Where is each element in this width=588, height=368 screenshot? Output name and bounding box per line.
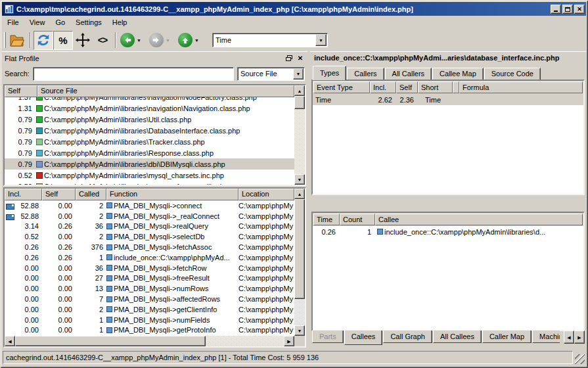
function-row[interactable]: 0.260.261include_once::C:\xampp\phpMyAd.…	[5, 252, 294, 263]
column-header-event-type[interactable]: Event Type	[313, 81, 370, 93]
scrollbar-track[interactable]	[206, 336, 284, 346]
tab-call-graph[interactable]: Call Graph	[383, 331, 432, 343]
column-header-count[interactable]: Count	[340, 214, 375, 225]
resize-grip-icon[interactable]	[575, 354, 585, 364]
column-header-time[interactable]: Time	[313, 214, 340, 225]
toolbar-handle[interactable]	[4, 32, 6, 48]
function-row[interactable]: 52.880.002PMA_DBI_Mysqli->connectC:\xamp…	[5, 200, 294, 211]
tab-all-callers[interactable]: All Callers	[385, 68, 432, 80]
column-header-self[interactable]: Self	[5, 85, 37, 97]
open-file-button[interactable]	[7, 31, 27, 50]
source-file-row[interactable]: 0.79C:\xampp\phpMyAdmin\libraries\Respon…	[5, 147, 294, 158]
scroll-up-button[interactable]: ▲	[294, 189, 305, 199]
vertical-scrollbar[interactable]: ▲ ▼	[294, 85, 305, 185]
menu-help[interactable]: Help	[107, 17, 133, 28]
scrollbar-track[interactable]	[294, 299, 305, 325]
tab-all-callees[interactable]: All Callees	[433, 331, 482, 343]
function-row[interactable]: 0.000.002PMA_DBI_Mysqli->getClientInfoC:…	[5, 304, 294, 315]
column-header-short[interactable]: Short	[418, 81, 453, 93]
scroll-left-button[interactable]: ◀	[5, 336, 15, 346]
scrollbar-thumb[interactable]	[294, 96, 305, 109]
column-header-location[interactable]: Location	[238, 189, 294, 200]
close-button[interactable]: ✕	[574, 5, 585, 14]
function-row[interactable]: 0.000.001PMA_DBI_Mysqli->numFieldsC:\xam…	[5, 315, 294, 325]
source-file-row[interactable]: 0.79C:\xampp\phpMyAdmin\libraries\dbi\DB…	[5, 158, 294, 170]
scrollbar-thumb[interactable]	[294, 199, 305, 299]
scrollbar-thumb[interactable]	[15, 336, 206, 346]
scrollbar-track[interactable]	[294, 109, 305, 174]
maximize-button[interactable]	[562, 5, 573, 14]
up-button[interactable]: ▼	[177, 31, 206, 50]
tab-callees[interactable]: Callees	[344, 331, 383, 345]
tab-caller-map[interactable]: Caller Map	[482, 331, 531, 343]
tab-types[interactable]: Types	[313, 66, 346, 80]
source-file-row[interactable]: 0.52C:\xampp\phpMyAdmin\libraries\mysql_…	[5, 170, 294, 181]
source-file-row[interactable]: 0.79C:\xampp\phpMyAdmin\libraries\Util.c…	[5, 114, 294, 125]
function-row[interactable]: 0.000.0036PMA_DBI_Mysqli->fetchRowC:\xam…	[5, 263, 294, 273]
tab-source-code[interactable]: Source Code	[484, 68, 541, 80]
column-header-formula[interactable]: Formula	[459, 81, 583, 93]
menu-go[interactable]: Go	[50, 17, 70, 28]
title-bar[interactable]: C:\xampp\tmp\cachegrind.out.1416463299-C…	[2, 2, 586, 16]
tabs-scroll-left-button[interactable]: ◀	[564, 331, 574, 344]
scroll-down-button[interactable]: ▼	[294, 174, 305, 185]
self-cost-value: 0.52	[5, 183, 35, 185]
function-row[interactable]: 0.000.001PMA_DBI_Mysqli->getProtoInfoC:\…	[5, 325, 294, 336]
event-type-row[interactable]: Time2.622.36Time	[313, 94, 583, 105]
vertical-scrollbar[interactable]: ▲ ▼	[294, 189, 305, 336]
dock-close-button[interactable]: ✕	[296, 54, 305, 62]
grouping-combobox[interactable]: Source File ▼	[237, 67, 305, 81]
function-name-cell: PMA_DBI_Mysqli->connect	[106, 202, 238, 210]
source-file-row[interactable]: 0.52C:\xampp\phpMyAdmin\libraries\user_p…	[5, 181, 294, 185]
percent-toggle-button[interactable]: %	[53, 31, 73, 50]
horizontal-scrollbar[interactable]: ◀ ▶	[5, 336, 305, 346]
menu-settings[interactable]: Settings	[70, 17, 107, 28]
scroll-up-button[interactable]: ▲	[294, 85, 305, 96]
function-row[interactable]: 0.000.0013PMA_DBI_Mysqli->numRowsC:\xamp…	[5, 283, 294, 294]
up-dropdown-arrow[interactable]: ▼	[194, 38, 199, 43]
back-button[interactable]: ▼	[119, 31, 148, 50]
function-name-cell: PMA_DBI_Mysqli->fetchRow	[106, 264, 238, 272]
move-button[interactable]	[73, 31, 93, 50]
tab-machine[interactable]: Machine	[532, 331, 560, 343]
cost-color-icon	[36, 127, 43, 134]
source-file-row[interactable]: 1.31C:\xampp\phpMyAdmin\libraries\naviga…	[5, 103, 294, 114]
scroll-down-button[interactable]: ▼	[294, 325, 305, 336]
column-header-called[interactable]: Called	[76, 189, 106, 200]
minimize-button[interactable]	[551, 5, 561, 14]
callee-row[interactable]: 0.261include_once::C:\xampp\phpMyAdmin\l…	[313, 226, 583, 237]
incl-cost-cell: 0.00	[5, 295, 42, 303]
cycle-view-button[interactable]: <>	[93, 31, 112, 50]
source-file-row[interactable]: 0.79C:\xampp\phpMyAdmin\libraries\Databa…	[5, 125, 294, 136]
column-header-incl[interactable]: Incl.	[5, 189, 42, 200]
column-header-source-file[interactable]: Source File	[37, 85, 294, 97]
source-file-path: C:\xampp\phpMyAdmin\libraries\mysql_char…	[44, 172, 224, 179]
column-header-function[interactable]: Function	[106, 189, 238, 200]
dock-float-button[interactable]	[284, 54, 294, 62]
tab-callers[interactable]: Callers	[347, 68, 384, 80]
column-header-self[interactable]: Self	[396, 81, 418, 93]
function-row[interactable]: 0.520.002PMA_DBI_Mysqli->selectDbC:\xamp…	[5, 231, 294, 242]
menu-file[interactable]: File	[2, 17, 24, 28]
column-header-incl[interactable]: Incl.	[370, 81, 396, 93]
column-header-callee[interactable]: Callee	[375, 214, 583, 225]
event-type-combobox[interactable]: Time ▼	[212, 33, 328, 47]
combo-dropdown-button[interactable]: ▼	[293, 68, 304, 80]
function-row[interactable]: 0.000.0027PMA_DBI_Mysqli->freeResultC:\x…	[5, 273, 294, 284]
back-dropdown-arrow[interactable]: ▼	[137, 38, 141, 43]
source-file-row[interactable]: 0.79C:\xampp\phpMyAdmin\libraries\Tracke…	[5, 136, 294, 147]
function-row[interactable]: 0.260.26376PMA_DBI_Mysqli->fetchAssocC:\…	[5, 242, 294, 252]
tab-callee-map[interactable]: Callee Map	[432, 68, 484, 80]
search-input[interactable]	[33, 67, 234, 81]
scroll-right-button[interactable]: ▶	[284, 336, 294, 346]
function-row[interactable]: 3.140.2636PMA_DBI_Mysqli->realQueryC:\xa…	[5, 221, 294, 232]
column-header-self[interactable]: Self	[42, 189, 76, 200]
tabs-scroll-right-button[interactable]: ▶	[574, 331, 585, 344]
combo-dropdown-button[interactable]: ▼	[315, 34, 327, 46]
function-row[interactable]: 52.880.002PMA_DBI_Mysqli->_realConnectC:…	[5, 211, 294, 221]
function-row[interactable]: 0.000.007PMA_DBI_Mysqli->affectedRowsC:\…	[5, 294, 294, 304]
source-file-row[interactable]: 1.37C:\xampp\phpMyAdmin\libraries\naviga…	[5, 97, 294, 103]
menu-view[interactable]: View	[24, 17, 51, 28]
dock-title-bar[interactable]: Flat Profile ✕	[2, 52, 307, 64]
reload-button[interactable]	[34, 31, 53, 50]
